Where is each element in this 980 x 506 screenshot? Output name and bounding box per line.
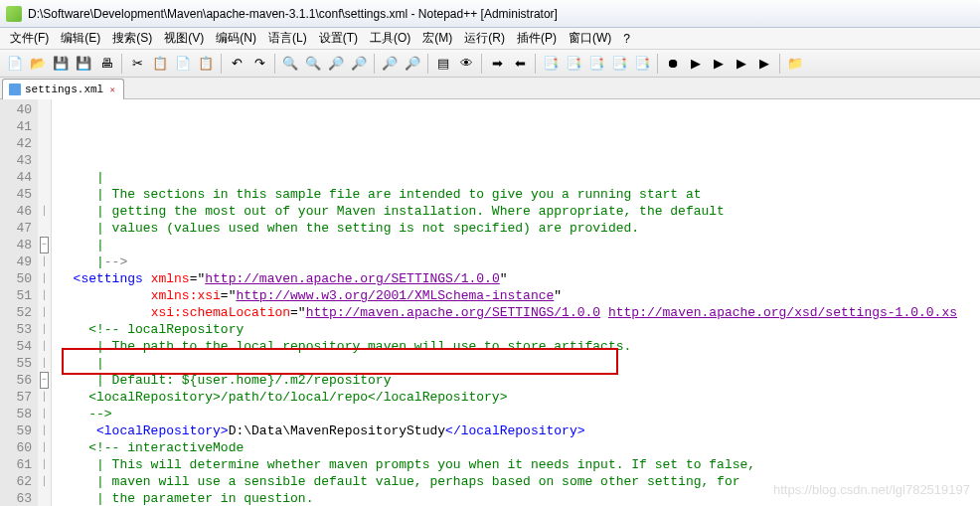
fold-marker[interactable] (38, 490, 51, 506)
toolbar-button[interactable]: 📄 (172, 53, 194, 75)
code-line[interactable]: | This will determine whether maven prom… (58, 456, 978, 473)
code-line[interactable]: | the parameter in question. (58, 490, 978, 506)
code-line[interactable]: <localRepository>D:\Data\MavenRepository… (58, 422, 978, 439)
code-line[interactable]: | (58, 237, 978, 253)
fold-marker[interactable] (38, 169, 51, 186)
menu-item[interactable]: 视图(V) (158, 28, 210, 49)
toolbar-button[interactable]: ▶ (685, 53, 707, 75)
toolbar-button[interactable]: 📁 (784, 53, 806, 75)
line-number: 54 (0, 338, 32, 355)
code-line[interactable]: <settings xmlns="http://maven.apache.org… (58, 270, 978, 287)
toolbar-button[interactable]: 📑 (585, 53, 607, 75)
code-line[interactable]: | (58, 355, 978, 372)
fold-marker[interactable]: │ (38, 304, 51, 321)
code-line[interactable]: <!-- localRepository (58, 321, 978, 338)
fold-marker[interactable]: │ (38, 270, 51, 287)
fold-marker[interactable]: │ (38, 253, 51, 270)
toolbar-button[interactable]: ↷ (248, 53, 270, 75)
code-line[interactable]: <localRepository>/path/to/local/repo</lo… (58, 389, 978, 406)
fold-marker[interactable] (38, 220, 51, 237)
code-line[interactable]: | maven will use a sensible default valu… (58, 473, 978, 490)
menu-item[interactable]: 工具(O) (364, 28, 416, 49)
fold-marker[interactable] (38, 135, 51, 152)
code-line[interactable]: | The sections in this sample file are i… (58, 186, 978, 203)
line-number: 49 (0, 253, 32, 270)
toolbar-button[interactable]: ▶ (731, 53, 752, 75)
fold-marker[interactable] (38, 101, 51, 118)
code-line[interactable]: --> (58, 406, 978, 422)
toolbar-button[interactable]: ▶ (708, 53, 730, 75)
toolbar-button[interactable]: 💾 (50, 53, 72, 75)
fold-marker[interactable]: │ (38, 422, 51, 439)
fold-marker[interactable]: − (38, 237, 51, 253)
menu-item[interactable]: 文件(F) (4, 28, 55, 49)
fold-marker[interactable] (38, 118, 51, 135)
toolbar-button[interactable]: 💾 (73, 53, 94, 75)
fold-marker[interactable]: − (38, 372, 51, 389)
menu-item[interactable]: 插件(P) (511, 28, 563, 49)
toolbar-button[interactable]: 📑 (608, 53, 630, 75)
fold-marker[interactable]: │ (38, 439, 51, 456)
fold-marker[interactable]: │ (38, 456, 51, 473)
code-line[interactable]: | (58, 169, 978, 186)
menu-item[interactable]: 语言(L) (262, 28, 313, 49)
close-icon[interactable]: ✕ (107, 84, 117, 94)
toolbar-button[interactable]: 🖶 (95, 53, 117, 75)
file-tab[interactable]: settings.xml ✕ (2, 79, 124, 99)
menu-item[interactable]: 宏(M) (416, 28, 458, 49)
menu-item[interactable]: 运行(R) (458, 28, 511, 49)
fold-marker[interactable]: │ (38, 473, 51, 490)
toolbar-button[interactable]: ⬅ (509, 53, 531, 75)
toolbar-button[interactable]: 🔎 (379, 53, 401, 75)
code-line[interactable]: <!-- interactiveMode (58, 439, 978, 456)
toolbar-button[interactable]: 🔍 (302, 53, 324, 75)
toolbar-button[interactable]: 👁 (455, 53, 477, 75)
fold-marker[interactable] (38, 186, 51, 203)
code-line[interactable]: | getting the most out of your Maven ins… (58, 203, 978, 220)
menu-item[interactable]: 窗口(W) (563, 28, 617, 49)
toolbar-button[interactable]: ▶ (753, 53, 775, 75)
code-line[interactable]: |--> (58, 253, 978, 270)
toolbar-button[interactable]: 🔎 (402, 53, 423, 75)
toolbar-button[interactable]: ✂ (126, 53, 148, 75)
toolbar-button[interactable]: ▤ (432, 53, 454, 75)
editor-area[interactable]: 4041424344454647484950515253545556575859… (0, 99, 980, 506)
toolbar-button[interactable]: 📋 (149, 53, 171, 75)
toolbar-button[interactable]: 🔎 (348, 53, 370, 75)
code-line[interactable]: | The path to the local repository maven… (58, 338, 978, 355)
menu-item[interactable]: 编辑(E) (55, 28, 106, 49)
toolbar-button[interactable]: 📑 (563, 53, 584, 75)
code-line[interactable]: xsi:schemaLocation="http://maven.apache.… (58, 304, 978, 321)
line-number: 42 (0, 135, 32, 152)
fold-marker[interactable] (38, 152, 51, 169)
toolbar-button[interactable]: 🔎 (325, 53, 347, 75)
toolbar-button[interactable]: 📂 (27, 53, 49, 75)
fold-marker[interactable]: │ (38, 321, 51, 338)
menu-item[interactable]: 设置(T) (313, 28, 364, 49)
code-content[interactable]: https://blog.csdn.net/lgl782519197 | | T… (52, 99, 980, 506)
toolbar-button[interactable]: ➡ (486, 53, 508, 75)
menu-item[interactable]: ? (617, 30, 636, 48)
toolbar-button[interactable]: ↶ (226, 53, 247, 75)
code-line[interactable]: | values (values used when the setting i… (58, 220, 978, 237)
toolbar-separator (657, 54, 658, 74)
toolbar-button[interactable]: 🔍 (279, 53, 301, 75)
fold-marker[interactable]: │ (38, 355, 51, 372)
toolbar-button[interactable]: 📑 (631, 53, 653, 75)
fold-marker[interactable]: │ (38, 287, 51, 304)
fold-marker[interactable]: │ (38, 389, 51, 406)
menu-item[interactable]: 搜索(S) (106, 28, 158, 49)
fold-marker[interactable]: │ (38, 338, 51, 355)
fold-marker[interactable]: │ (38, 406, 51, 422)
toolbar-button[interactable]: ⏺ (662, 53, 684, 75)
code-line[interactable]: | Default: ${user.home}/.m2/repository (58, 372, 978, 389)
code-line[interactable]: xmlns:xsi="http://www.w3.org/2001/XMLSch… (58, 287, 978, 304)
fold-marker[interactable]: │ (38, 203, 51, 220)
fold-column[interactable]: │−│││││││−││││││ (38, 99, 52, 506)
toolbar-button[interactable]: 📄 (4, 53, 26, 75)
toolbar-button[interactable]: 📋 (195, 53, 217, 75)
toolbar-separator (535, 54, 536, 74)
toolbar-button[interactable]: 📑 (540, 53, 562, 75)
menu-item[interactable]: 编码(N) (210, 28, 262, 49)
line-number: 52 (0, 304, 32, 321)
